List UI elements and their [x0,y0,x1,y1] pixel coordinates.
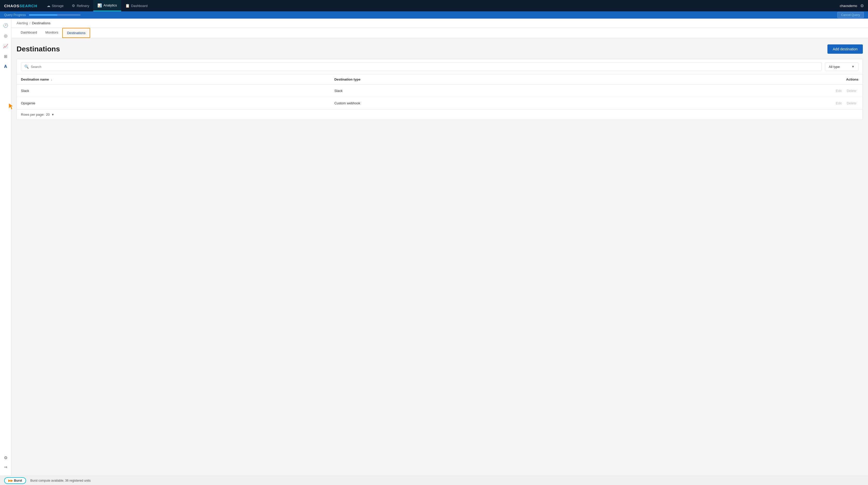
type-filter-dropdown[interactable]: All type ▼ [825,63,859,71]
alerting-icon: A [4,64,7,69]
sidebar-item-settings[interactable]: ⚙ [1,453,10,462]
expand-icon: ⇒ [4,464,7,470]
table-body: Slack Slack Edit Delete Opsgenie Custom … [17,85,863,109]
row-actions-slack: Edit Delete [602,85,863,97]
breadcrumb-separator: / [29,21,30,25]
dropdown-arrow-icon: ▼ [851,65,855,68]
row-type-slack: Slack [330,85,602,97]
table-row: Opsgenie Custom webhook Edit Delete [17,97,863,109]
main-content: Destinations Add destination 🔍 All type … [11,38,868,126]
settings-icon[interactable]: ⚙ [860,3,864,8]
history-icon: 🕐 [3,23,8,28]
row-type-opsgenie: Custom webhook [330,97,602,109]
data-table: Destination name ↓ Destination type Acti… [17,74,863,109]
add-destination-button[interactable]: Add destination [828,44,863,54]
table-icon: ⊞ [4,54,7,59]
edit-opsgenie-button[interactable]: Edit [834,101,843,106]
col-header-type: Destination type [330,74,602,85]
query-progress-label: Query Progress [4,13,26,17]
nav-dashboard-label: Dashboard [131,4,148,8]
refinery-icon: ⚙ [72,4,75,8]
tabs: Dashboard Monitors Destinations [11,28,868,38]
logo-chaos: CHAOS [4,4,20,8]
search-icon: 🔍 [24,65,29,69]
delete-opsgenie-button[interactable]: Delete [844,101,859,106]
content-area: Alerting / Destinations Dashboard Monito… [11,19,868,476]
search-box: 🔍 [21,62,822,71]
row-name-slack: Slack [17,85,330,97]
tab-destinations[interactable]: Destinations [62,28,90,38]
analytics-icon: 📊 [97,3,102,7]
storage-icon: ☁ [47,4,51,8]
nav-right: chaosdemo ⚙ [840,3,864,8]
sidebar-item-table[interactable]: ⊞ [1,52,10,61]
nav-refinery[interactable]: ⚙ Refinery [68,0,93,11]
page-header: Destinations Add destination [17,44,863,54]
rows-per-page-selector[interactable]: Rows per page: 20 ▼ [21,112,54,117]
breadcrumb: Alerting / Destinations [11,19,868,28]
username: chaosdemo [840,4,857,8]
nav-analytics[interactable]: 📊 Analytics [93,0,121,11]
app-body: 🕐 ◎ 📈 ⊞ A ⚙ ⇒ [0,19,868,476]
breadcrumb-parent[interactable]: Alerting [17,21,28,25]
tab-monitors[interactable]: Monitors [41,28,63,38]
table-container: 🔍 All type ▼ Destination name [17,59,863,120]
edit-slack-button[interactable]: Edit [834,88,843,93]
sidebar-item-expand[interactable]: ⇒ [1,462,10,472]
logo-search: SEARCH [20,4,37,8]
nav-storage-label: Storage [52,4,64,8]
row-actions-opsgenie: Edit Delete [602,97,863,109]
table-header: Destination name ↓ Destination type Acti… [17,74,863,85]
nav-refinery-label: Refinery [77,4,89,8]
dashboard-icon: 📋 [125,4,130,8]
table-footer: Rows per page: 20 ▼ [17,109,863,120]
rows-per-page-label: Rows per page: [21,112,44,117]
logo: CHAOSSEARCH [4,4,37,8]
col-header-actions: Actions [602,74,863,85]
col-name-label: Destination name [21,77,49,82]
target-icon: ◎ [4,33,7,38]
table-row: Slack Slack Edit Delete [17,85,863,97]
sort-icon[interactable]: ↓ [51,78,53,81]
progress-track [29,14,81,16]
delete-slack-button[interactable]: Delete [844,88,859,93]
nav-storage[interactable]: ☁ Storage [43,0,68,11]
search-input[interactable] [31,65,818,69]
col-header-name: Destination name ↓ [17,74,330,85]
sidebar-bottom: ⚙ ⇒ [1,453,10,474]
settings-gear-icon: ⚙ [4,455,7,460]
nav-analytics-label: Analytics [103,3,117,7]
query-progress-bar: Query Progress Cancel Query [0,11,868,19]
type-filter-label: All type [829,65,840,69]
rows-per-page-arrow-icon: ▼ [52,113,55,117]
sidebar-item-chart[interactable]: 📈 [1,41,10,51]
row-name-opsgenie: Opsgenie [17,97,330,109]
nav-dashboard[interactable]: 📋 Dashboard [121,0,152,11]
page-title: Destinations [17,45,60,53]
top-nav: CHAOSSEARCH ☁ Storage ⚙ Refinery 📊 Analy… [0,0,868,11]
sidebar-item-alerting[interactable]: A [1,62,10,71]
breadcrumb-current: Destinations [32,21,51,25]
sidebar-item-target[interactable]: ◎ [1,31,10,40]
tab-dashboard[interactable]: Dashboard [17,28,41,38]
chart-icon: 📈 [3,44,8,48]
cancel-query-button[interactable]: Cancel Query [837,12,864,18]
rows-per-page-value: 20 [46,112,50,117]
sidebar: 🕐 ◎ 📈 ⊞ A ⚙ ⇒ [0,19,11,476]
sidebar-item-history[interactable]: 🕐 [1,21,10,30]
progress-fill [29,14,57,16]
table-toolbar: 🔍 All type ▼ [17,59,863,74]
